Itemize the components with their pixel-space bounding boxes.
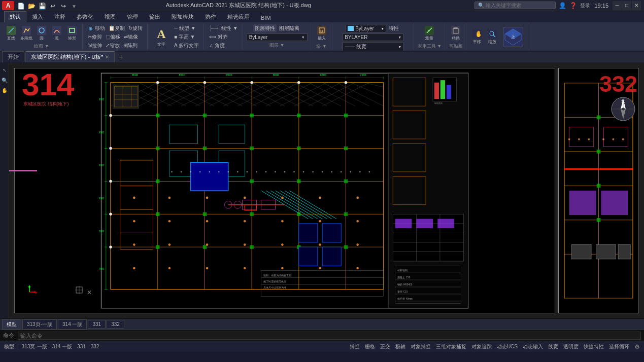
- dim-linear-btn[interactable]: ├─┤ 线性 ▼: [208, 24, 240, 32]
- color-control[interactable]: ByLayer ▼: [346, 25, 386, 32]
- dim-aligned-btn[interactable]: ⟺ 对齐: [208, 33, 240, 41]
- rotate-btn[interactable]: ↻旋转: [127, 24, 144, 32]
- select-tool[interactable]: ↖: [1, 66, 9, 74]
- layer-dropdown[interactable]: ByLayer ▼: [247, 33, 308, 41]
- multitext-btn[interactable]: A 多行文字: [173, 42, 200, 50]
- arc-btn[interactable]: 弧: [50, 24, 64, 43]
- transparency-toggle[interactable]: 透明度: [561, 343, 581, 350]
- tab-annotate[interactable]: 注释: [49, 11, 71, 22]
- 3dosnap-toggle[interactable]: 三维对象捕捉: [434, 343, 468, 350]
- layer-btn[interactable]: 图层特性: [253, 24, 277, 32]
- scale-btn[interactable]: ⤢缩放: [104, 42, 121, 50]
- doc-tab-active[interactable]: 东城区医院 结构(地下) - U板* ✕: [25, 51, 115, 62]
- tab-default[interactable]: 默认: [4, 11, 26, 22]
- snap-toggle[interactable]: 捕捉: [348, 343, 362, 350]
- array-btn[interactable]: ⊞阵列: [122, 42, 139, 50]
- text-style-btn[interactable]: ─ 线型 ▼: [173, 24, 200, 32]
- redo-btn[interactable]: ↪: [59, 2, 68, 11]
- doc-tab-close-btn[interactable]: ✕: [105, 54, 109, 60]
- zoom-btn[interactable]: 缩放: [485, 28, 499, 46]
- tab-collaborate[interactable]: 协作: [199, 11, 222, 22]
- status-page-332[interactable]: 332: [89, 344, 101, 349]
- tab-addins[interactable]: 附加模块: [166, 11, 199, 22]
- status-model[interactable]: 模型: [2, 343, 16, 350]
- tab-view[interactable]: 视图: [99, 11, 121, 22]
- measure-btn[interactable]: ▲ 测量: [422, 24, 436, 43]
- doc-tab-start[interactable]: 开始: [2, 51, 24, 62]
- status-gear[interactable]: ⚙: [632, 343, 642, 350]
- close-btn[interactable]: ✕: [632, 1, 641, 10]
- svg-point-139: [133, 197, 135, 199]
- new-file-btn[interactable]: 📄: [16, 2, 25, 11]
- zoom-tool[interactable]: 🔍: [1, 76, 9, 84]
- title-search-input[interactable]: [486, 3, 547, 8]
- copy-btn[interactable]: 📋复制: [107, 24, 126, 32]
- tab-insert[interactable]: 插入: [26, 11, 49, 22]
- help-icon[interactable]: ❓: [569, 2, 577, 9]
- qprops-toggle[interactable]: 快捷特性: [582, 343, 606, 350]
- restore-btn[interactable]: □: [622, 1, 631, 10]
- insert-block-btn[interactable]: B 插入: [315, 24, 329, 43]
- svg-point-166: [356, 267, 359, 270]
- move-btn[interactable]: ⊕移动: [86, 24, 107, 32]
- cad-viewport-secondary[interactable]: 332 N 北: [558, 68, 639, 313]
- ortho-toggle[interactable]: 正交: [378, 343, 392, 350]
- selcycle-toggle[interactable]: 选择循环: [607, 343, 631, 350]
- model-tab-model[interactable]: 模型: [2, 319, 21, 330]
- line-btn[interactable]: 直线: [4, 24, 18, 43]
- grid-toggle[interactable]: 栅格: [363, 343, 377, 350]
- svg-text:具体尺寸以实测为准: 具体尺寸以实测为准: [263, 286, 286, 289]
- model-tab-314[interactable]: 314 一版: [58, 319, 87, 330]
- layer-isolate-btn[interactable]: 图层隔离: [278, 24, 301, 32]
- offset-btn[interactable]: ⬚偏移: [104, 33, 122, 41]
- lineweight-control[interactable]: —— 线宽 ▼: [343, 42, 403, 51]
- polyline-btn[interactable]: 多段线: [19, 24, 33, 43]
- dim-angular-btn[interactable]: ∠ 角度: [208, 42, 240, 50]
- title-search-bar[interactable]: 🔍: [474, 2, 556, 9]
- status-page-314[interactable]: 314 一版: [50, 343, 74, 350]
- user-icon[interactable]: 👤: [559, 2, 566, 9]
- signin-btn[interactable]: 登录: [580, 2, 590, 9]
- new-tab-btn[interactable]: +: [116, 51, 126, 62]
- status-page-313[interactable]: 313页-一版: [20, 343, 49, 350]
- model-tab-313[interactable]: 313页-一版: [22, 319, 57, 330]
- tab-featured[interactable]: 精选应用: [222, 11, 255, 22]
- minimize-btn[interactable]: ─: [613, 1, 622, 10]
- otrack-toggle[interactable]: 对象追踪: [469, 343, 494, 350]
- tab-parametric[interactable]: 参数化: [71, 11, 99, 22]
- polar-toggle[interactable]: 极轴: [393, 343, 408, 350]
- tab-output[interactable]: 输出: [144, 11, 166, 22]
- navcube-btn[interactable]: 上: [500, 24, 526, 50]
- tab-manage[interactable]: 管理: [121, 11, 144, 22]
- open-file-btn[interactable]: 📂: [27, 2, 36, 11]
- linetype-control[interactable]: BYLAYER ▼: [343, 33, 403, 41]
- lweight-toggle[interactable]: 线宽: [546, 343, 560, 350]
- status-page-331[interactable]: 331: [75, 344, 88, 349]
- undo-btn[interactable]: ↩: [48, 2, 57, 11]
- cad-viewport-main[interactable]: 说明：本图为结构施工图 施工时需按规范执行 具体尺寸以实测为准: [14, 68, 555, 313]
- properties-btn[interactable]: 特性: [387, 24, 400, 32]
- text-height-btn[interactable]: ■ 字高 ▼: [173, 33, 200, 41]
- svg-rect-68: [156, 147, 159, 150]
- save-btn[interactable]: 💾: [38, 2, 47, 11]
- command-input[interactable]: [18, 332, 641, 340]
- circle-btn[interactable]: 圆: [35, 24, 49, 43]
- qa-more-btn[interactable]: ▼: [70, 2, 79, 11]
- dynin-toggle[interactable]: 动态输入: [521, 343, 545, 350]
- tab-bim[interactable]: BIM: [255, 13, 277, 22]
- trim-btn[interactable]: ✂修剪: [86, 33, 104, 41]
- model-tab-331[interactable]: 331: [88, 320, 106, 329]
- pan-btn[interactable]: ✋ 平移: [470, 28, 484, 46]
- pan-tool[interactable]: ✋: [1, 86, 9, 94]
- paste-btn[interactable]: 粘贴: [449, 24, 463, 43]
- model-tab-332[interactable]: 332: [107, 320, 124, 329]
- stretch-btn[interactable]: ⇲拉伸: [86, 42, 104, 50]
- mirror-btn[interactable]: ⇌镜像: [122, 33, 140, 41]
- ducs-toggle[interactable]: 动态UCS: [495, 343, 520, 350]
- text-btn[interactable]: A 文字: [151, 28, 172, 46]
- canvas-area[interactable]: 314 东城区医院 结构(地下): [9, 63, 644, 318]
- osnap-toggle[interactable]: 对象捕捉: [409, 343, 433, 350]
- autocad-logo[interactable]: A: [2, 1, 14, 10]
- svg-point-169: [190, 171, 191, 173]
- rect-btn[interactable]: 矩形: [65, 24, 79, 43]
